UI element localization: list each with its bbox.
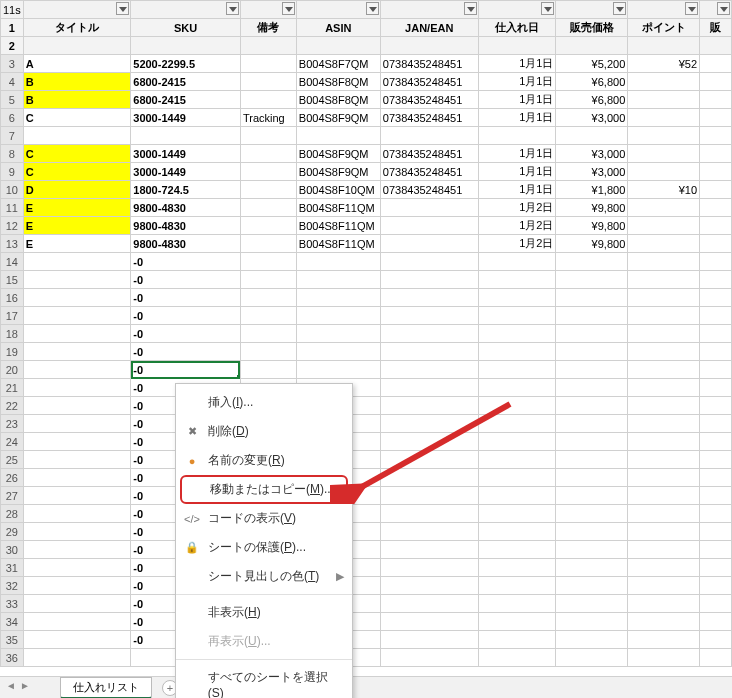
row-header[interactable]: 25: [1, 451, 24, 469]
cell[interactable]: [380, 595, 478, 613]
sheet-tab-active[interactable]: 仕入れリスト: [60, 677, 152, 699]
cell[interactable]: 3000-1449: [131, 163, 241, 181]
cell[interactable]: -0: [131, 307, 241, 325]
cell[interactable]: [700, 559, 732, 577]
cell[interactable]: [478, 559, 556, 577]
cell[interactable]: 3000-1449: [131, 145, 241, 163]
cell[interactable]: [556, 307, 628, 325]
cell[interactable]: [296, 289, 380, 307]
cell[interactable]: [700, 469, 732, 487]
table-row[interactable]: 29-0: [1, 523, 732, 541]
cell[interactable]: [478, 631, 556, 649]
cell[interactable]: [628, 217, 700, 235]
cell[interactable]: [628, 145, 700, 163]
cell[interactable]: [380, 307, 478, 325]
cell[interactable]: [628, 595, 700, 613]
cell[interactable]: [700, 415, 732, 433]
cell[interactable]: [478, 595, 556, 613]
row-header[interactable]: 32: [1, 577, 24, 595]
cell[interactable]: [556, 415, 628, 433]
cell[interactable]: [240, 199, 296, 217]
cell[interactable]: [628, 505, 700, 523]
menu-delete[interactable]: ✖ 削除(D): [176, 417, 352, 446]
cell[interactable]: B: [23, 91, 131, 109]
cell[interactable]: 1月1日: [478, 181, 556, 199]
cell[interactable]: [700, 181, 732, 199]
cell[interactable]: [700, 55, 732, 73]
cell[interactable]: [700, 217, 732, 235]
cell[interactable]: [700, 127, 732, 145]
cell[interactable]: [380, 487, 478, 505]
cell[interactable]: [478, 487, 556, 505]
cell[interactable]: C: [23, 109, 131, 127]
cell[interactable]: [700, 325, 732, 343]
filter-arrow-icon[interactable]: [282, 2, 295, 15]
cell[interactable]: [556, 469, 628, 487]
cell[interactable]: 6800-2415: [131, 91, 241, 109]
cell[interactable]: [700, 397, 732, 415]
row-header[interactable]: 13: [1, 235, 24, 253]
row-header[interactable]: 33: [1, 595, 24, 613]
row-header[interactable]: 22: [1, 397, 24, 415]
cell[interactable]: [556, 361, 628, 379]
table-row[interactable]: 24-0: [1, 433, 732, 451]
cell[interactable]: ¥6,800: [556, 73, 628, 91]
cell[interactable]: [380, 235, 478, 253]
cell[interactable]: [296, 271, 380, 289]
cell[interactable]: [628, 487, 700, 505]
cell[interactable]: ¥52: [628, 55, 700, 73]
cell[interactable]: [23, 523, 131, 541]
cell[interactable]: [380, 379, 478, 397]
row-header[interactable]: 9: [1, 163, 24, 181]
row-header[interactable]: 31: [1, 559, 24, 577]
table-row[interactable]: 6C3000-1449TrackingB004S8F9QM07384352484…: [1, 109, 732, 127]
filter-cell[interactable]: [131, 1, 241, 19]
row-header[interactable]: 12: [1, 217, 24, 235]
cell[interactable]: [478, 433, 556, 451]
table-row[interactable]: 22-0: [1, 397, 732, 415]
cell[interactable]: [628, 613, 700, 631]
cell[interactable]: 9800-4830: [131, 235, 241, 253]
header-price[interactable]: 販売価格: [556, 19, 628, 37]
cell[interactable]: [556, 595, 628, 613]
cell[interactable]: [380, 361, 478, 379]
table-row[interactable]: 27-0: [1, 487, 732, 505]
cell[interactable]: E: [23, 217, 131, 235]
row-header[interactable]: 14: [1, 253, 24, 271]
table-row[interactable]: 28-0: [1, 505, 732, 523]
nav-prev-icon[interactable]: ◄: [6, 680, 16, 691]
cell[interactable]: [700, 307, 732, 325]
cell[interactable]: [700, 145, 732, 163]
cell[interactable]: [628, 199, 700, 217]
sheet-nav-arrows[interactable]: ◄ ►: [6, 680, 30, 691]
filter-cell[interactable]: [296, 1, 380, 19]
header-sku[interactable]: SKU: [131, 19, 241, 37]
cell[interactable]: [380, 523, 478, 541]
cell[interactable]: [700, 109, 732, 127]
row-header[interactable]: 6: [1, 109, 24, 127]
cell[interactable]: [240, 55, 296, 73]
cell[interactable]: [380, 469, 478, 487]
filter-cell[interactable]: [380, 1, 478, 19]
cell[interactable]: [628, 451, 700, 469]
row-header[interactable]: 16: [1, 289, 24, 307]
table-row[interactable]: 4B6800-2415B004S8F8QM07384352484511月1日¥6…: [1, 73, 732, 91]
row-header[interactable]: 11: [1, 199, 24, 217]
cell[interactable]: [628, 415, 700, 433]
cell[interactable]: [628, 325, 700, 343]
cell[interactable]: [628, 541, 700, 559]
cell[interactable]: [131, 127, 241, 145]
cell[interactable]: ¥5,200: [556, 55, 628, 73]
cell[interactable]: [556, 433, 628, 451]
filter-cell[interactable]: [478, 1, 556, 19]
cell[interactable]: [478, 289, 556, 307]
cell[interactable]: ¥3,000: [556, 109, 628, 127]
cell[interactable]: [23, 307, 131, 325]
cell[interactable]: [700, 523, 732, 541]
table-row[interactable]: 9C3000-1449B004S8F9QM07384352484511月1日¥3…: [1, 163, 732, 181]
cell[interactable]: ¥9,800: [556, 217, 628, 235]
table-row[interactable]: 15-0: [1, 271, 732, 289]
cell[interactable]: [380, 343, 478, 361]
cell[interactable]: [240, 73, 296, 91]
cell[interactable]: [478, 271, 556, 289]
